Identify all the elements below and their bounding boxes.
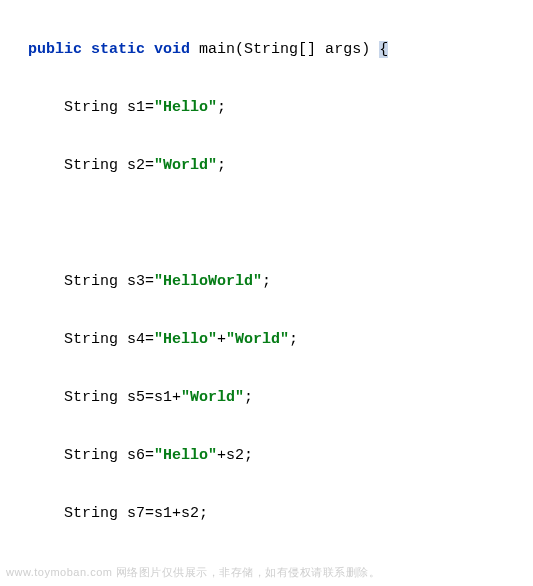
decl-s2: String s2="World"; xyxy=(0,151,533,180)
decl-s5: String s5=s1+"World"; xyxy=(0,383,533,412)
decl-s3: String s3="HelloWorld"; xyxy=(0,267,533,296)
keyword-void: void xyxy=(154,41,190,58)
method-params: (String[] args) xyxy=(235,41,370,58)
keyword-public: public xyxy=(28,41,82,58)
watermark-text: www.toymoban.com 网络图片仅供展示，非存储，如有侵权请联系删除。 xyxy=(6,565,380,580)
decl-s1: String s1="Hello"; xyxy=(0,93,533,122)
method-name: main xyxy=(199,41,235,58)
method-signature: public static void main(String[] args) { xyxy=(0,35,533,64)
decl-s7: String s7=s1+s2; xyxy=(0,499,533,528)
keyword-static: static xyxy=(91,41,145,58)
open-brace: { xyxy=(379,41,388,58)
decl-s4: String s4="Hello"+"World"; xyxy=(0,325,533,354)
decl-s6: String s6="Hello"+s2; xyxy=(0,441,533,470)
blank-line xyxy=(0,209,533,238)
code-block: public static void main(String[] args) {… xyxy=(0,6,533,586)
